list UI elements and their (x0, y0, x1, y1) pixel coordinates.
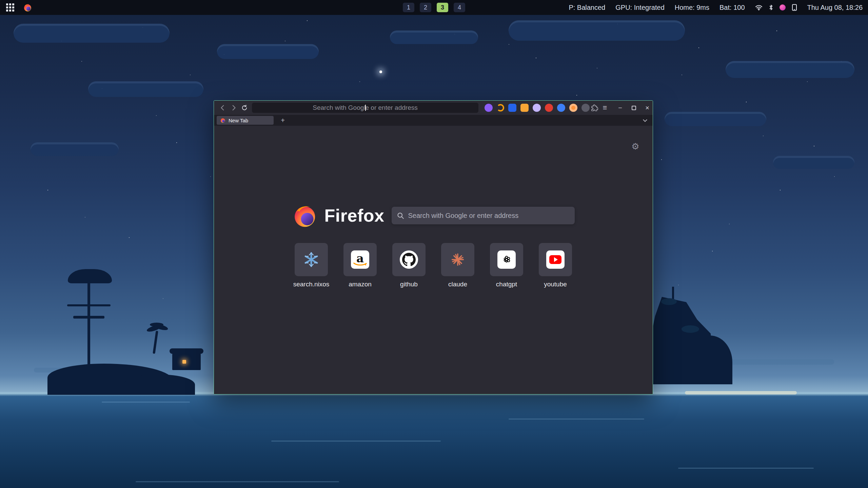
wallpaper-cloud (88, 81, 203, 97)
cliff (692, 336, 732, 384)
tab-title: New Tab (229, 118, 248, 123)
url-bar (252, 103, 478, 113)
wallpaper-cloud (509, 20, 685, 41)
wallpaper-cloud (665, 112, 766, 126)
window-controls: − × (615, 103, 652, 113)
bluetooth-icon[interactable] (769, 4, 773, 11)
shortcut-search-nixos[interactable]: search.nixos (295, 243, 328, 288)
browser-toolbar: ≡ − × (214, 101, 653, 115)
wallpaper-cloud (217, 44, 319, 59)
personalize-gear-icon[interactable]: ⚙ (630, 141, 641, 152)
workspace-3-active[interactable]: 3 (437, 3, 448, 12)
desktop: 1 2 3 4 P: Balanced GPU: Integrated Home… (0, 0, 868, 488)
wallpaper-cloud (31, 142, 119, 156)
github-icon (400, 250, 418, 269)
shortcut-label: search.nixos (293, 281, 330, 288)
close-button[interactable]: × (643, 103, 652, 113)
wallpaper-bright-star (379, 70, 382, 73)
extension-icon-8[interactable] (569, 104, 577, 112)
menu-hamburger-icon[interactable]: ≡ (600, 103, 610, 113)
wifi-icon[interactable] (755, 4, 763, 11)
shortcut-label: github (400, 281, 418, 288)
newtab-page: ⚙ Firefox (214, 126, 653, 394)
watchtower-beam (67, 304, 111, 306)
extension-icon-4[interactable] (520, 104, 529, 112)
workspace-switcher: 1 2 3 4 (403, 0, 465, 15)
battery-status: Bat: 100 (719, 4, 745, 12)
back-button[interactable] (217, 102, 228, 113)
shortcut-github[interactable]: github (392, 243, 426, 288)
extension-icon-6[interactable] (545, 104, 553, 112)
sea-highlight (509, 419, 644, 420)
shortcut-label: claude (448, 281, 467, 288)
wallpaper-cloud (726, 61, 854, 78)
sea-highlight (102, 402, 190, 403)
extension-icon-9[interactable] (581, 104, 590, 112)
maximize-button[interactable] (629, 103, 638, 113)
bush (661, 298, 677, 305)
claude-starburst-icon (450, 251, 466, 268)
statusbar-icons (755, 4, 797, 11)
sea-highlight (678, 468, 814, 469)
youtube-icon (546, 250, 565, 269)
palm-tree (153, 331, 158, 354)
app-launcher-icon[interactable] (6, 3, 14, 12)
firefox-favicon (220, 118, 225, 123)
wallpaper-island-left (47, 264, 217, 395)
search-icon (397, 212, 404, 219)
workspace-2[interactable]: 2 (420, 3, 431, 12)
watchtower-platform (73, 316, 104, 319)
shortcut-youtube[interactable]: youtube (539, 243, 572, 288)
sea-highlight (271, 441, 441, 442)
shortcut-claude[interactable]: claude (441, 243, 474, 288)
extension-icon-7[interactable] (557, 104, 565, 112)
beach (685, 391, 797, 394)
workspace-1[interactable]: 1 (403, 3, 414, 12)
gpu-status: GPU: Integrated (615, 4, 665, 12)
extension-icon-3[interactable] (508, 104, 516, 112)
extensions-puzzle-icon[interactable] (590, 103, 600, 113)
status-bar: 1 2 3 4 P: Balanced GPU: Integrated Home… (0, 0, 868, 15)
hut (172, 352, 201, 370)
sea-highlight (136, 481, 339, 482)
shortcut-chatgpt[interactable]: chatgpt (490, 243, 523, 288)
forward-button[interactable] (228, 102, 239, 113)
device-icon[interactable] (792, 4, 797, 11)
shortcut-label: chatgpt (496, 281, 517, 288)
newtab-search-bar (392, 207, 575, 224)
wallpaper-cloud (390, 30, 478, 44)
amazon-icon: a (351, 250, 369, 269)
chatgpt-icon (497, 250, 516, 269)
shortcut-label: youtube (544, 281, 567, 288)
nixos-snowflake-icon (302, 251, 320, 268)
firefox-logo (292, 203, 317, 228)
firefox-app-icon[interactable] (23, 3, 32, 12)
extension-icon-1[interactable] (485, 104, 493, 112)
color-profile-icon[interactable] (780, 4, 786, 11)
extension-icon-2[interactable] (497, 104, 504, 111)
firefox-wordmark: Firefox (324, 205, 384, 226)
extension-icons (485, 104, 590, 112)
list-all-tabs-button[interactable] (640, 116, 649, 125)
wallpaper-island-right (641, 285, 824, 396)
minimize-button[interactable]: − (615, 103, 625, 113)
statusbar-right: P: Balanced GPU: Integrated Home: 9ms Ba… (569, 0, 863, 15)
new-tab-button[interactable]: + (278, 116, 287, 125)
extension-icon-5[interactable] (533, 104, 541, 112)
network-latency-status: Home: 9ms (675, 4, 709, 12)
power-profile-status: P: Balanced (569, 4, 605, 12)
statusbar-left (0, 3, 32, 12)
shortcut-tiles: search.nixos a amazon (214, 243, 653, 288)
hut-lit-window (182, 360, 186, 364)
shortcut-amazon[interactable]: a amazon (343, 243, 377, 288)
newtab-search-input[interactable] (408, 212, 569, 220)
newtab-hero: Firefox (214, 203, 653, 228)
workspace-4[interactable]: 4 (454, 3, 465, 12)
tab-new-tab[interactable]: New Tab (217, 116, 274, 125)
shortcut-label: amazon (349, 281, 372, 288)
tab-strip: New Tab + (214, 115, 653, 126)
watchtower-canopy (68, 269, 112, 283)
clock: Thu Aug 08, 18:26 (807, 4, 863, 12)
island-rocks (124, 374, 195, 395)
reload-button[interactable] (239, 102, 250, 113)
